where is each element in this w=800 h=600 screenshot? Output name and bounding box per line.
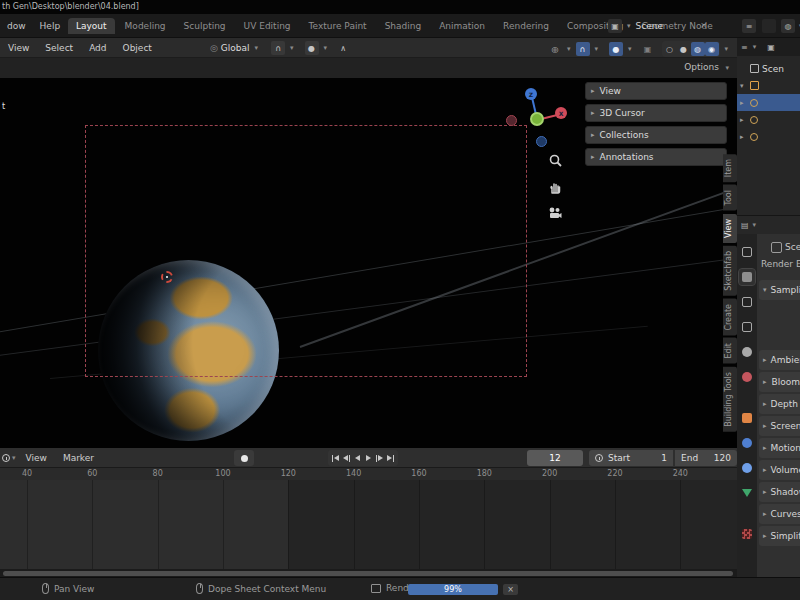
- workspace-tab-texture-paint[interactable]: Texture Paint: [301, 18, 375, 34]
- scene-name[interactable]: Scene: [636, 21, 663, 31]
- outliner-row[interactable]: ▾: [737, 77, 800, 94]
- panel-shadows[interactable]: ▸Shadows: [759, 482, 800, 502]
- shading-wireframe-icon[interactable]: ○: [663, 42, 677, 56]
- sidebar-panel-annotations[interactable]: ▸Annotations: [585, 148, 727, 166]
- timeline-menu-marker[interactable]: Marker: [55, 448, 102, 468]
- outliner-row[interactable]: ▸: [737, 128, 800, 145]
- outliner-filter-icon[interactable]: ▣: [767, 43, 775, 52]
- viewport-menu-object[interactable]: Object: [115, 38, 160, 58]
- timeline-ruler[interactable]: 406080100120140160180200220240: [0, 468, 737, 480]
- viewport-3d[interactable]: t Z X ▸View▸3D Cursor▸Collections▸Annota…: [0, 78, 737, 448]
- jump-start-button[interactable]: [330, 451, 341, 465]
- sidebar-tab-item[interactable]: Item: [723, 154, 737, 182]
- properties-tab-world-icon[interactable]: [739, 369, 755, 385]
- sidebar-tab-tool[interactable]: Tool: [723, 185, 737, 211]
- prev-frame-button[interactable]: [352, 451, 363, 465]
- workspace-tab-shading[interactable]: Shading: [377, 18, 430, 34]
- render-cancel-button[interactable]: ×: [503, 584, 518, 595]
- panel-depth-of-field[interactable]: ▸Depth of Field: [759, 394, 800, 414]
- properties-tab-physics-icon[interactable]: [739, 435, 755, 451]
- frame-end-field[interactable]: End 120: [675, 450, 737, 466]
- transform-orientation[interactable]: Global: [221, 43, 250, 53]
- camera-view-icon[interactable]: [546, 204, 564, 222]
- pivot-point-icon[interactable]: ◎: [548, 42, 562, 56]
- properties-tab-object-icon[interactable]: [739, 410, 755, 426]
- properties-editor-chevron-icon[interactable]: ▾: [753, 221, 757, 229]
- pivot-chevron-icon[interactable]: ▾: [567, 45, 571, 53]
- timeline-editor-icon[interactable]: [2, 454, 10, 462]
- snap-toggle-icon[interactable]: ∩: [271, 41, 285, 55]
- magnet-chevron-icon[interactable]: ▾: [595, 45, 599, 53]
- scene-unlink-icon[interactable]: ×: [700, 20, 708, 30]
- options-chevron-icon[interactable]: ▾: [725, 64, 729, 72]
- gizmos-icon[interactable]: ●: [609, 42, 623, 56]
- panel-volumetrics[interactable]: ▸Volumetrics: [759, 460, 800, 480]
- properties-tab-data-icon[interactable]: [739, 485, 755, 501]
- use-preview-range-icon[interactable]: [595, 454, 603, 462]
- gizmo-y-ball[interactable]: [530, 112, 544, 126]
- timeline-scrollbar[interactable]: [3, 571, 733, 576]
- gizmo-neg-z-ball[interactable]: [536, 136, 547, 147]
- workspace-tab-rendering[interactable]: Rendering: [495, 18, 557, 34]
- row-expand-icon[interactable]: ▾: [740, 82, 747, 90]
- workspace-tab-modeling[interactable]: Modeling: [117, 18, 174, 34]
- sidebar-tab-create[interactable]: Create: [723, 299, 737, 336]
- proportional-chevron-icon[interactable]: ▾: [324, 44, 328, 52]
- row-expand-icon[interactable]: ▸: [740, 116, 747, 124]
- viewport-menu-view[interactable]: View: [0, 38, 37, 58]
- properties-tab-view-layer-icon[interactable]: [739, 319, 755, 335]
- play-button[interactable]: [363, 451, 374, 465]
- options-button[interactable]: Options: [684, 62, 719, 72]
- auto-key-record-button[interactable]: [234, 450, 254, 466]
- outliner-editor-icon[interactable]: ≡: [741, 43, 748, 52]
- menu-window[interactable]: dow: [0, 14, 33, 38]
- snap-magnet-icon[interactable]: ∩: [576, 42, 590, 56]
- sidebar-panel-3d-cursor[interactable]: ▸3D Cursor: [585, 104, 727, 122]
- snap-chevron-icon[interactable]: ▾: [290, 44, 294, 52]
- sidebar-tab-view[interactable]: View: [723, 214, 737, 243]
- scene-chevron-icon[interactable]: ▾: [627, 22, 631, 30]
- zoom-view-icon[interactable]: [546, 151, 564, 169]
- row-expand-icon[interactable]: ▸: [740, 99, 747, 107]
- new-scene-icon[interactable]: ≡: [742, 19, 756, 33]
- orientation-chevron-icon[interactable]: ▾: [255, 44, 259, 52]
- view-layer-icon[interactable]: ◍: [781, 19, 795, 33]
- properties-editor-icon[interactable]: ▤: [741, 221, 749, 230]
- panel-curves[interactable]: ▸Curves: [759, 504, 800, 524]
- outliner-row[interactable]: Scen: [737, 60, 800, 77]
- frame-start-field[interactable]: Start 1: [589, 450, 673, 466]
- proportional-editing-icon[interactable]: ●: [305, 41, 319, 55]
- navigation-gizmo[interactable]: Z X: [500, 86, 575, 150]
- panel-bloom[interactable]: ▸Bloom: [759, 372, 800, 392]
- falloff-icon[interactable]: ∧: [336, 41, 350, 55]
- viewport-menu-select[interactable]: Select: [37, 38, 81, 58]
- properties-tab-output-icon[interactable]: [739, 294, 755, 310]
- extra-scene-icon[interactable]: [762, 19, 776, 33]
- timeline-menu-view[interactable]: View: [18, 448, 55, 468]
- current-frame-field[interactable]: 12: [527, 450, 583, 466]
- gizmo-z-ball[interactable]: Z: [525, 88, 537, 100]
- next-keyframe-button[interactable]: [374, 451, 385, 465]
- properties-tab-tool-icon[interactable]: [739, 244, 755, 260]
- viewport-menu-add[interactable]: Add: [81, 38, 114, 58]
- properties-tab-texture-icon[interactable]: [739, 526, 755, 542]
- sidebar-panel-view[interactable]: ▸View: [585, 82, 727, 100]
- gizmos-chevron-icon[interactable]: ▾: [628, 45, 632, 53]
- transform-orientation-icon[interactable]: ◎: [210, 43, 218, 53]
- workspace-tab-layout[interactable]: Layout: [68, 18, 115, 34]
- gizmo-neg-x-ball[interactable]: [506, 115, 517, 126]
- overlays-icon[interactable]: ▣: [641, 42, 655, 56]
- jump-end-button[interactable]: [385, 451, 396, 465]
- row-expand-icon[interactable]: ▸: [740, 133, 747, 141]
- prev-keyframe-button[interactable]: [341, 451, 352, 465]
- menu-help[interactable]: Help: [33, 14, 68, 38]
- timeline-body[interactable]: [0, 480, 737, 569]
- shading-solid-icon[interactable]: ●: [677, 42, 691, 56]
- properties-tab-scene-icon[interactable]: [739, 344, 755, 360]
- sidebar-panel-collections[interactable]: ▸Collections: [585, 126, 727, 144]
- workspace-tab-sculpting[interactable]: Sculpting: [176, 18, 234, 34]
- timeline-editor-chevron-icon[interactable]: ▾: [12, 454, 16, 462]
- outliner-editor-chevron-icon[interactable]: ▾: [753, 43, 757, 51]
- properties-tab-render-icon[interactable]: [739, 269, 755, 285]
- outliner-row[interactable]: ▸: [737, 111, 800, 128]
